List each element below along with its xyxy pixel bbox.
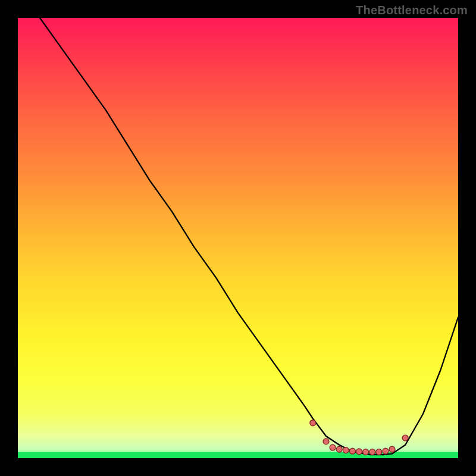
plot-area (18, 18, 458, 458)
optimal-point (336, 446, 342, 452)
watermark-text: TheBottleneck.com (356, 4, 468, 17)
optimal-point (363, 449, 369, 455)
chart-svg (18, 18, 458, 458)
optimal-point (402, 435, 408, 441)
optimal-point (389, 446, 395, 452)
bottleneck-curve (40, 18, 458, 455)
optimal-point (323, 439, 329, 444)
chart-frame: TheBottleneck.com (0, 0, 476, 476)
optimal-range-points (310, 420, 408, 455)
optimal-point (343, 447, 349, 453)
optimal-point (383, 448, 389, 454)
optimal-point (349, 448, 355, 454)
optimal-point (356, 449, 362, 455)
optimal-point (369, 449, 375, 455)
optimal-point (310, 420, 316, 426)
optimal-point (376, 449, 382, 455)
optimal-point (330, 444, 336, 450)
